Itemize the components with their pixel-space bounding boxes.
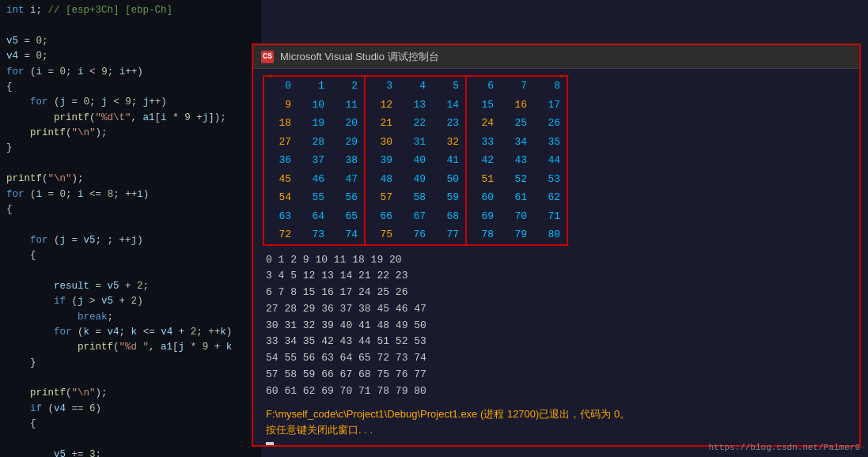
code-line-28: { — [6, 417, 255, 432]
grid-cell: 55 — [298, 188, 331, 207]
grid-section-2: 3451213142122233031323940414849505758596… — [364, 75, 465, 246]
grid-area: 0129101118192027282936373845464754555663… — [253, 69, 859, 249]
grid-cell: 69 — [467, 207, 500, 226]
grid-cell: 75 — [366, 225, 399, 244]
grid-cell: 56 — [331, 188, 364, 207]
code-line-15 — [6, 217, 255, 232]
code-line-24: } — [6, 356, 255, 371]
grid-cell: 35 — [533, 133, 567, 152]
grid-cell: 11 — [331, 96, 364, 115]
grid-cell: 14 — [432, 96, 465, 115]
code-line-5: for (i = 0; i < 9; i++) — [6, 65, 255, 80]
grid-cell: 66 — [366, 207, 399, 226]
modal-content: 0129101118192027282936373845464754555663… — [253, 69, 859, 445]
code-line-14: { — [6, 202, 255, 217]
grid-cell: 77 — [432, 225, 465, 244]
code-line-27: if (v4 == 6) — [6, 402, 255, 417]
grid-table-3: 6781516172425263334354243445152536061626… — [467, 77, 567, 244]
code-line-19: result = v5 + 2; — [6, 279, 255, 294]
grid-cell: 50 — [432, 170, 465, 189]
grid-cell: 67 — [399, 207, 432, 226]
code-line-4: v4 = 0; — [6, 49, 255, 64]
grid-cell: 30 — [366, 133, 399, 152]
code-line-11 — [6, 157, 255, 172]
grid-cell: 13 — [399, 96, 432, 115]
grid-cell: 20 — [331, 114, 364, 133]
grid-cell: 39 — [366, 151, 399, 170]
output-line: 0 1 2 9 10 11 18 19 20 — [266, 252, 847, 269]
output-line: 57 58 59 66 67 68 75 76 77 — [266, 367, 847, 383]
grid-cell: 29 — [331, 133, 364, 152]
grid-cell: 73 — [298, 225, 331, 244]
grid-cell: 33 — [467, 133, 500, 152]
grid-cell: 0 — [264, 77, 298, 96]
grid-cell: 53 — [533, 170, 567, 189]
grid-cell: 40 — [399, 151, 432, 170]
grid-cell: 63 — [264, 207, 298, 226]
code-line-26: printf("\n"); — [6, 386, 255, 401]
grid-cell: 47 — [331, 170, 364, 189]
grid-cell: 2 — [331, 77, 364, 96]
code-line-21: break; — [6, 310, 255, 325]
footer-link: https://blog.csdn.net/Palmer9 — [709, 443, 860, 452]
grid-cell: 32 — [432, 133, 465, 152]
grid-cell: 27 — [264, 133, 298, 152]
grid-cell: 70 — [500, 207, 533, 226]
output-line: 6 7 8 15 16 17 24 25 26 — [266, 285, 847, 301]
grid-cell: 61 — [500, 188, 533, 207]
grid-table-1: 0129101118192027282936373845464754555663… — [264, 77, 364, 244]
grid-cell: 28 — [298, 133, 331, 152]
code-line-9: printf("\n"); — [6, 126, 255, 141]
output-line: 27 28 29 36 37 38 45 46 47 — [266, 301, 847, 318]
grid-cell: 37 — [298, 151, 331, 170]
grid-cell: 34 — [500, 133, 533, 152]
code-line-12: printf("\n"); — [6, 172, 255, 187]
grid-cell: 10 — [298, 96, 331, 115]
code-editor: int i; // [esp+3Ch] [ebp-Ch] v5 = 0; v4 … — [0, 0, 261, 457]
code-line-16: for (j = v5; ; ++j) — [6, 233, 255, 248]
modal-titlebar: CS Microsoft Visual Studio 调试控制台 — [253, 45, 859, 69]
grid-cell: 42 — [467, 151, 500, 170]
grid-cell: 57 — [366, 188, 399, 207]
grid-cell: 21 — [366, 114, 399, 133]
grid-section-3: 6781516172425263334354243445152536061626… — [465, 75, 568, 246]
grid-cell: 5 — [432, 77, 465, 96]
grid-cell: 79 — [500, 225, 533, 244]
grid-cell: 7 — [500, 77, 533, 96]
grid-cell: 15 — [467, 96, 500, 115]
grid-cell: 16 — [500, 96, 533, 115]
grid-cell: 65 — [331, 207, 364, 226]
status-area: F:\myself_code\c\Project1\Debug\Project1… — [253, 403, 859, 445]
grid-cell: 46 — [298, 170, 331, 189]
code-line-29 — [6, 432, 255, 448]
grid-cell: 18 — [264, 114, 298, 133]
grid-cell: 8 — [533, 77, 567, 96]
grid-cell: 23 — [432, 114, 465, 133]
output-line: 3 4 5 12 13 14 21 22 23 — [266, 268, 847, 285]
grid-cell: 17 — [533, 96, 567, 115]
output-line: 33 34 35 42 43 44 51 52 53 — [266, 334, 847, 350]
grid-cell: 76 — [399, 225, 432, 244]
grid-cell: 26 — [533, 114, 567, 133]
grid-cell: 43 — [500, 151, 533, 170]
grid-cell: 58 — [399, 188, 432, 207]
debug-console-modal: CS Microsoft Visual Studio 调试控制台 0129101… — [252, 43, 861, 447]
grid-cell: 49 — [399, 170, 432, 189]
code-line-7: for (j = 0; j < 9; j++) — [6, 95, 255, 110]
grid-cell: 72 — [264, 225, 298, 244]
grid-cell: 31 — [399, 133, 432, 152]
code-line-23: printf("%d ", a1[j * 9 + k — [6, 340, 255, 355]
code-line-2 — [6, 18, 255, 33]
grid-cell: 24 — [467, 114, 500, 133]
output-line: 30 31 32 39 40 41 48 49 50 — [266, 318, 847, 334]
grid-cell: 1 — [298, 77, 331, 96]
grid-cell: 80 — [533, 225, 567, 244]
modal-title: Microsoft Visual Studio 调试控制台 — [280, 50, 439, 64]
grid-cell: 62 — [533, 188, 567, 207]
code-line-6: { — [6, 80, 255, 95]
grid-cell: 36 — [264, 151, 298, 170]
grid-cell: 38 — [331, 151, 364, 170]
grid-cell: 45 — [264, 170, 298, 189]
grid-cell: 9 — [264, 96, 298, 115]
output-line: 60 61 62 69 70 71 78 79 80 — [266, 383, 847, 400]
